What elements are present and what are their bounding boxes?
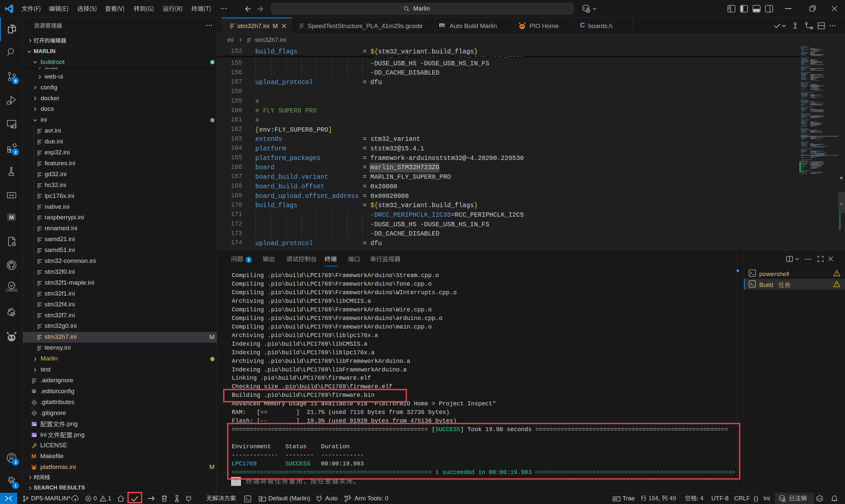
svg-text:CMSIS: CMSIS	[6, 288, 17, 292]
svg-text:M: M	[9, 214, 14, 221]
svg-text:C#: C#	[817, 498, 822, 501]
